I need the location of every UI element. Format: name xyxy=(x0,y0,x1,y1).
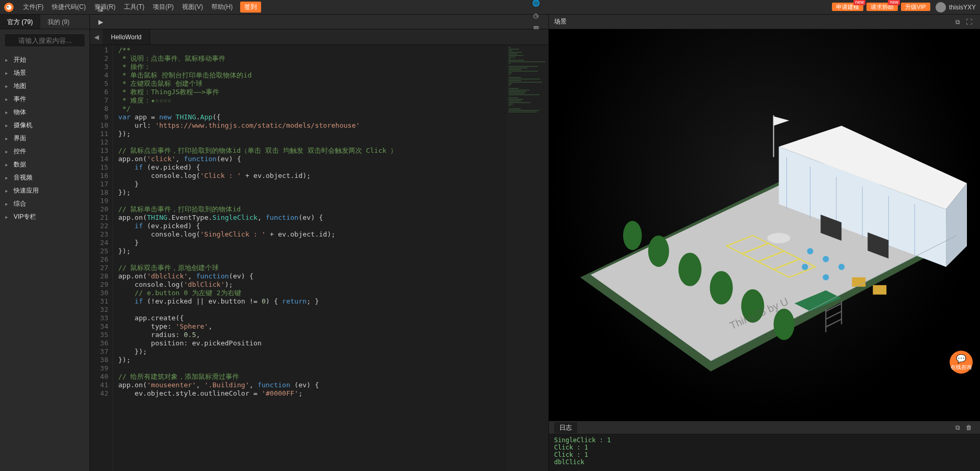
chevron-right-icon: ▸ xyxy=(5,175,12,181)
chevron-right-icon: ▸ xyxy=(5,109,12,115)
tree-item-label: 快速应用 xyxy=(14,186,39,195)
chevron-right-icon: ▸ xyxy=(5,136,12,141)
signin-button[interactable]: 签到 xyxy=(240,2,261,13)
scene-viewport[interactable]: ThingJS by U 💬 在线咨询 xyxy=(549,29,980,421)
run-icon[interactable]: ▶ xyxy=(94,16,107,28)
menu-item[interactable]: 帮助(H) xyxy=(207,3,237,10)
svg-point-37 xyxy=(648,236,669,267)
code-editor[interactable]: 1234567891011121314151617181920212223242… xyxy=(90,45,548,471)
menu-item[interactable]: 视图(V) xyxy=(178,3,207,10)
save-icon[interactable]: 🖫 xyxy=(94,3,107,16)
log-clear-icon[interactable]: 🗑 xyxy=(963,422,975,433)
svg-point-23 xyxy=(767,233,790,243)
tree-item[interactable]: ▸数据 xyxy=(0,158,89,171)
tree-item[interactable]: ▸控件 xyxy=(0,145,89,158)
header-action-button[interactable]: 申请建模new xyxy=(832,3,863,11)
editor-tab[interactable]: HelloWorld xyxy=(103,29,150,44)
fullscreen-icon[interactable]: ⛶ xyxy=(963,16,975,28)
menu-item[interactable]: 文件(F) xyxy=(19,3,48,10)
svg-line-34 xyxy=(826,311,841,319)
chevron-right-icon: ▸ xyxy=(5,122,12,128)
chevron-right-icon: ▸ xyxy=(5,96,12,102)
clock-icon[interactable]: ◷ xyxy=(530,9,542,22)
code-line xyxy=(118,364,506,373)
code-line: * 难度：★☆☆☆☆ xyxy=(118,96,506,105)
svg-point-25 xyxy=(823,256,829,262)
svg-point-27 xyxy=(838,264,844,270)
header-action-button[interactable]: 升级VIP xyxy=(901,3,930,11)
code-line: * 说明：点击事件、鼠标移动事件 xyxy=(118,54,506,63)
menu-item[interactable]: 快捷代码(C) xyxy=(48,3,90,10)
code-line: type: 'Sphere', xyxy=(118,322,506,331)
code-line: * 单击鼠标 控制台打印单击拾取物体的id xyxy=(118,71,506,80)
code-line xyxy=(118,255,506,264)
tree-item[interactable]: ▸音视频 xyxy=(0,171,89,184)
tree-item[interactable]: ▸摄像机 xyxy=(0,119,89,132)
tree-item-label: 综合 xyxy=(14,199,26,208)
code-line: }); xyxy=(118,247,506,255)
svg-point-24 xyxy=(807,248,813,254)
badge: new xyxy=(853,0,865,5)
tree-item[interactable]: ▸场景 xyxy=(0,66,89,80)
username-label: thisisYXY xyxy=(949,4,976,11)
tree-item[interactable]: ▸事件 xyxy=(0,93,89,106)
category-tree: ▸开始▸场景▸地图▸事件▸物体▸摄像机▸界面▸控件▸数据▸音视频▸快速应用▸综合… xyxy=(0,51,89,226)
svg-rect-22 xyxy=(873,285,886,295)
minimap[interactable] xyxy=(506,45,548,471)
code-line: } xyxy=(118,180,506,188)
tree-item-label: 事件 xyxy=(14,95,26,104)
code-line: console.log('dblClick'); xyxy=(118,281,506,289)
svg-point-1 xyxy=(7,6,8,7)
tree-item[interactable]: ▸物体 xyxy=(0,106,89,119)
code-line: }); xyxy=(118,130,506,138)
preview-panel: 场景 ⧉ ⛶ xyxy=(548,15,980,471)
tab-prev-button[interactable]: ◀ xyxy=(90,29,103,44)
tree-item[interactable]: ▸开始 xyxy=(0,53,89,66)
svg-point-41 xyxy=(773,309,794,340)
scene-illustration: ThingJS by U xyxy=(549,29,980,421)
tree-item[interactable]: ▸界面 xyxy=(0,132,89,145)
code-line: * 操作： xyxy=(118,63,506,71)
tree-item-label: 数据 xyxy=(14,160,26,169)
menu-item[interactable]: 工具(T) xyxy=(120,3,149,10)
svg-marker-16 xyxy=(773,116,789,126)
tree-item-label: 开始 xyxy=(14,55,26,64)
editor-toolbar: ＋🖫▶↪⤓ ◐▣▭🌐◷▥▤▧◫≣ xyxy=(90,15,548,29)
editor-panel: ＋🖫▶↪⤓ ◐▣▭🌐◷▥▤▧◫≣ ◀ HelloWorld 1234567891… xyxy=(90,15,548,471)
app-logo xyxy=(4,3,14,12)
chevron-right-icon: ▸ xyxy=(5,201,12,207)
tree-item[interactable]: ▸地图 xyxy=(0,80,89,93)
chevron-right-icon: ▸ xyxy=(5,149,12,154)
log-tab[interactable]: 日志 xyxy=(554,422,577,433)
tree-item-label: 地图 xyxy=(14,82,26,91)
log-line: Click : 1 xyxy=(554,451,975,458)
tree-item[interactable]: ▸综合 xyxy=(0,197,89,210)
code-line xyxy=(118,306,506,314)
code-line: if (ev.picked) { xyxy=(118,163,506,172)
log-open-icon[interactable]: ⧉ xyxy=(952,422,963,433)
search-input[interactable] xyxy=(4,33,85,47)
chat-button[interactable]: 💬 在线咨询 xyxy=(950,351,973,374)
code-line: url: 'https://www.thingjs.com/static/mod… xyxy=(118,121,506,130)
code-line: if (!ev.picked || ev.button != 0) { retu… xyxy=(118,297,506,306)
web-icon[interactable]: 🌐 xyxy=(530,0,542,9)
left-tab[interactable]: 我的 (9) xyxy=(40,15,77,29)
open-external-icon[interactable]: ⧉ xyxy=(952,16,963,28)
svg-point-26 xyxy=(802,264,808,270)
tree-item-label: 物体 xyxy=(14,108,26,117)
log-line: dblClick xyxy=(554,458,975,466)
badge: new xyxy=(888,0,900,5)
tree-item[interactable]: ▸快速应用 xyxy=(0,184,89,197)
menu-item[interactable]: 项目(P) xyxy=(149,3,178,10)
tree-item[interactable]: ▸VIP专栏 xyxy=(0,210,89,223)
user-avatar[interactable] xyxy=(936,2,946,13)
code-line: // 给所有建筑对象，添加鼠标滑过事件 xyxy=(118,373,506,381)
svg-point-28 xyxy=(823,274,829,281)
tree-item-label: 音视频 xyxy=(14,173,32,182)
code-line: radius: 0.5, xyxy=(118,331,506,339)
code-line: app.create({ xyxy=(118,314,506,322)
editor-tabs: ◀ HelloWorld xyxy=(90,29,548,45)
left-tab[interactable]: 官方 (79) xyxy=(0,15,40,29)
header-action-button[interactable]: 请求协助new xyxy=(866,3,898,11)
code-line: // 鼠标单击事件，打印拾取到的物体id xyxy=(118,205,506,214)
